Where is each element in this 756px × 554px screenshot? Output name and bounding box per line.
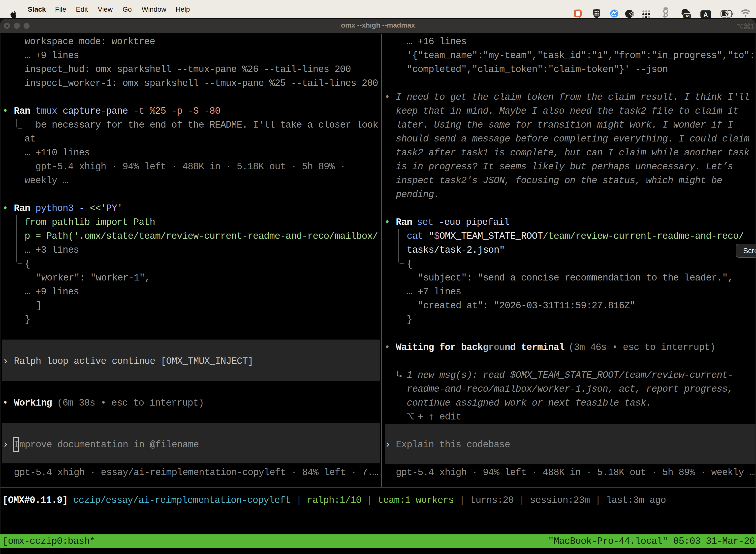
svg-text:A: A: [703, 11, 708, 18]
svg-text:1: 1: [751, 22, 754, 30]
svg-text:..61: ..61: [684, 14, 690, 18]
